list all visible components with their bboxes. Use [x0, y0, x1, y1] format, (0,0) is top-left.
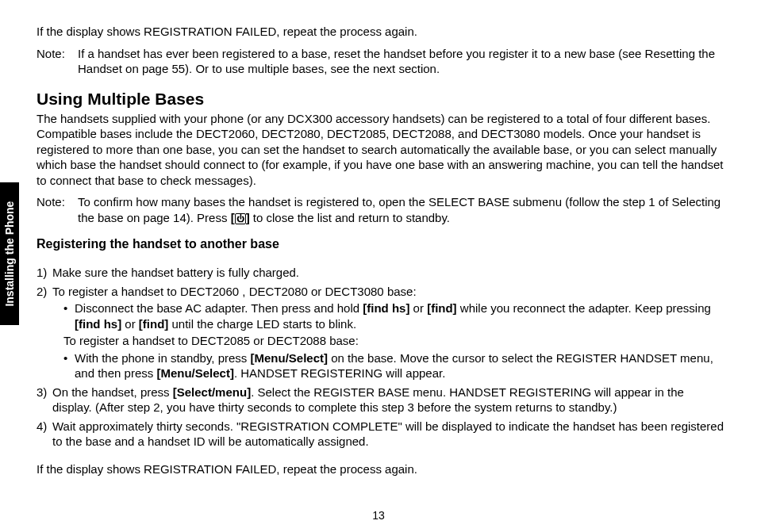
step-1-number: 1): [37, 265, 47, 281]
page-number: 13: [0, 508, 757, 522]
step-2-bullet-1: Disconnect the base AC adapter. Then pre…: [75, 300, 725, 331]
step-1-text: Make sure the handset battery is fully c…: [52, 266, 299, 279]
side-tab: Installing the Phone: [0, 182, 19, 325]
power-icon: ⏻: [235, 213, 246, 224]
page-content: If the display shows REGISTRATION FAILED…: [0, 0, 757, 477]
paragraph-multiple-bases: The handsets supplied with your phone (o…: [37, 111, 725, 189]
step-3-number: 3): [37, 385, 47, 400]
b1d: while you reconnect the adapter. Keep pr…: [457, 301, 711, 315]
note-2-text: To confirm how many bases the handset is…: [78, 194, 725, 225]
step-2: 2) To register a handset to DECT2060 , D…: [52, 284, 725, 381]
ordered-steps: 1) Make sure the handset battery is full…: [37, 265, 725, 450]
b1c: or: [409, 301, 427, 315]
note-2-text-b: to close the list and return to standby.: [250, 211, 450, 224]
step-3-text-a: On the handset, press: [52, 385, 173, 399]
b1e: or: [121, 317, 139, 331]
key-menu-select-1: [Menu/Select]: [251, 351, 329, 365]
note-1-text: If a handset has ever been registered to…: [78, 46, 725, 77]
note-1: Note: If a handset has ever been registe…: [37, 46, 725, 77]
bracket-open: [: [231, 211, 235, 224]
b1f: until the charge LED starts to blink.: [168, 317, 356, 331]
key-find-1: [find]: [427, 301, 456, 315]
step-1: 1) Make sure the handset battery is full…: [52, 265, 725, 281]
step-2-bullet-2: With the phone in standby, press [Menu/S…: [75, 350, 725, 381]
step-3: 3) On the handset, press [Select/menu]. …: [52, 385, 725, 415]
heading-multiple-bases: Using Multiple Bases: [37, 88, 725, 109]
paragraph-reg-failed-2: If the display shows REGISTRATION FAILED…: [37, 461, 725, 477]
key-find-2: [find]: [139, 317, 168, 331]
key-select-menu: [Select/menu]: [173, 385, 251, 399]
note-1-label: Note:: [37, 46, 78, 77]
key-find-hs-2: [find hs]: [75, 317, 121, 331]
b1a: Disconnect the base AC adapter. Then pre…: [75, 301, 363, 315]
step-4: 4) Wait approximately thirty seconds. "R…: [52, 419, 725, 450]
key-menu-select-2: [Menu/Select]: [156, 366, 234, 380]
note-2-label: Note:: [37, 194, 78, 225]
step-2-bullets-a: Disconnect the base AC adapter. Then pre…: [52, 300, 725, 331]
heading-register-another-base: Registering the handset to another base: [37, 236, 725, 253]
step-2-bullets-b: With the phone in standby, press [Menu/S…: [52, 350, 725, 381]
step-4-text: Wait approximately thirty seconds. "REGI…: [52, 419, 724, 449]
step-2-text: To register a handset to DECT2060 , DECT…: [52, 285, 417, 298]
side-tab-label: Installing the Phone: [2, 201, 17, 306]
step-2-mid-text: To register a handset to DECT2085 or DEC…: [52, 333, 725, 349]
step-2-number: 2): [37, 284, 47, 300]
key-find-hs-1: [find hs]: [363, 301, 409, 315]
b2a: With the phone in standby, press: [75, 351, 251, 365]
paragraph-reg-failed-1: If the display shows REGISTRATION FAILED…: [37, 24, 725, 40]
step-4-number: 4): [37, 419, 47, 434]
note-2: Note: To confirm how many bases the hand…: [37, 194, 725, 225]
b2d: . HANDSET REGISTERING will appear.: [234, 366, 445, 380]
